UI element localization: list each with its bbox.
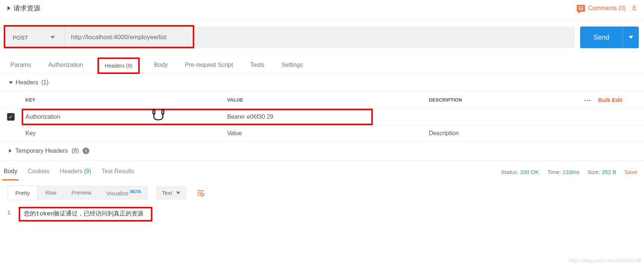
headers-toggle-label: Headers <box>16 79 38 86</box>
size-value: 352 B <box>602 169 616 175</box>
tab-tests[interactable]: Tests <box>247 56 267 74</box>
caret-right-icon <box>7 6 10 10</box>
line-number: 1 <box>7 207 10 221</box>
time-value: 133ms <box>563 169 579 175</box>
status-value: 200 OK <box>520 169 539 175</box>
chevron-down-icon <box>50 36 55 39</box>
format-select[interactable]: Text <box>156 186 186 200</box>
tab-settings[interactable]: Settings <box>278 56 306 74</box>
tab-body[interactable]: Body <box>151 56 170 74</box>
response-tab-cookies[interactable]: Cookies <box>26 164 51 180</box>
tab-authorization[interactable]: Authorization <box>45 56 86 74</box>
save-response-link[interactable]: Save <box>625 169 637 175</box>
send-button[interactable]: Send <box>580 27 623 48</box>
cursor-icon <box>152 108 167 125</box>
method-label: POST <box>13 34 28 41</box>
comments-label: Comments (0) <box>588 5 626 12</box>
view-toggle: Pretty Raw Preview VisualizeBETA <box>7 186 148 200</box>
header-right: Comments (0) E <box>577 5 637 12</box>
request-tabs: Params Authorization Headers (9) Body Pr… <box>0 54 644 74</box>
chevron-down-icon <box>176 192 180 195</box>
status-label: Status: <box>501 169 518 175</box>
view-pretty-button[interactable]: Pretty <box>7 186 38 200</box>
time-label: Time: <box>547 169 561 175</box>
table-header-row: KEY VALUE DESCRIPTION ••• Bulk Edit <box>0 91 644 109</box>
temporary-headers-toggle[interactable]: Temporary Headers (8) i <box>0 142 644 161</box>
response-area: Body Cookies Headers(9) Test Results Sta… <box>0 161 644 229</box>
response-tabs-bar: Body Cookies Headers(9) Test Results Sta… <box>0 161 644 180</box>
request-bar: POST http://localhost:4000/employee/list… <box>0 21 644 54</box>
method-url-group: POST http://localhost:4000/employee/list <box>5 27 575 48</box>
size-label: Size: <box>588 169 600 175</box>
headers-table: KEY VALUE DESCRIPTION ••• Bulk Edit ✓ Au… <box>0 91 644 142</box>
tab-prerequest[interactable]: Pre-request Script <box>182 56 236 74</box>
view-visualize-button[interactable]: VisualizeBETA <box>99 186 149 200</box>
header-key-input[interactable]: Authorization <box>25 114 60 120</box>
headers-toggle-count: (1) <box>41 79 49 86</box>
chevron-down-icon <box>9 81 13 84</box>
response-body: 1 您的token验证通过，已经访问到真正的资源 <box>0 205 644 229</box>
request-header: 请求资源 Comments (0) E <box>0 0 644 21</box>
examples-link[interactable]: E <box>632 5 637 12</box>
tab-params[interactable]: Params <box>7 56 34 74</box>
col-actions: ••• Bulk Edit <box>580 91 644 109</box>
comment-icon <box>577 5 585 12</box>
tab-headers-label: Headers <box>105 63 125 69</box>
bulk-edit-link[interactable]: Bulk Edit <box>598 97 622 103</box>
wrap-lines-button[interactable] <box>194 186 207 200</box>
chevron-right-icon <box>9 149 12 153</box>
col-value: VALUE <box>223 91 425 109</box>
url-value: http://localhost:4000/employee/list <box>71 34 167 41</box>
header-value-input[interactable]: Bearer e06f30 29 <box>227 114 273 120</box>
new-value-input[interactable]: Value <box>223 125 425 142</box>
view-preview-button[interactable]: Preview <box>64 186 99 200</box>
response-meta: Status: 200 OK Time: 133ms Size: 352 B S… <box>501 169 642 175</box>
request-title-group[interactable]: 请求资源 <box>7 4 40 13</box>
format-label: Text <box>162 190 172 196</box>
request-title: 请求资源 <box>13 4 40 13</box>
table-row-new: Key Value Description <box>0 125 644 142</box>
temporary-headers-label: Temporary Headers <box>15 147 68 154</box>
send-dropdown-button[interactable] <box>623 27 639 48</box>
comments-button[interactable]: Comments (0) <box>577 5 626 12</box>
send-button-group: Send <box>580 27 639 48</box>
more-icon[interactable]: ••• <box>584 97 592 103</box>
row-checkbox[interactable]: ✓ <box>7 113 15 121</box>
response-tab-headers[interactable]: Headers(9) <box>58 164 93 180</box>
temporary-headers-count: (8) <box>72 147 79 154</box>
new-key-input[interactable]: Key <box>22 125 223 142</box>
tab-headers-count: (9) <box>126 63 132 69</box>
table-row: ✓ Authorization Bearer e06f30 <box>0 109 644 125</box>
info-icon[interactable]: i <box>83 147 89 154</box>
chevron-down-icon <box>629 36 633 39</box>
col-key: KEY <box>22 91 223 109</box>
response-tab-body[interactable]: Body <box>2 164 19 180</box>
tab-headers[interactable]: Headers (9) <box>97 58 140 74</box>
new-description-input[interactable]: Description <box>425 125 580 142</box>
method-select[interactable]: POST <box>5 27 65 48</box>
headers-toggle[interactable]: Headers (1) <box>0 74 644 91</box>
response-body-text[interactable]: 您的token验证通过，已经访问到真正的资源 <box>19 207 152 221</box>
response-tab-test-results[interactable]: Test Results <box>100 164 136 180</box>
url-input[interactable]: http://localhost:4000/employee/list <box>65 27 575 48</box>
col-description: DESCRIPTION <box>425 91 580 109</box>
view-raw-button[interactable]: Raw <box>38 186 64 200</box>
response-toolbar: Pretty Raw Preview VisualizeBETA Text <box>0 180 644 205</box>
